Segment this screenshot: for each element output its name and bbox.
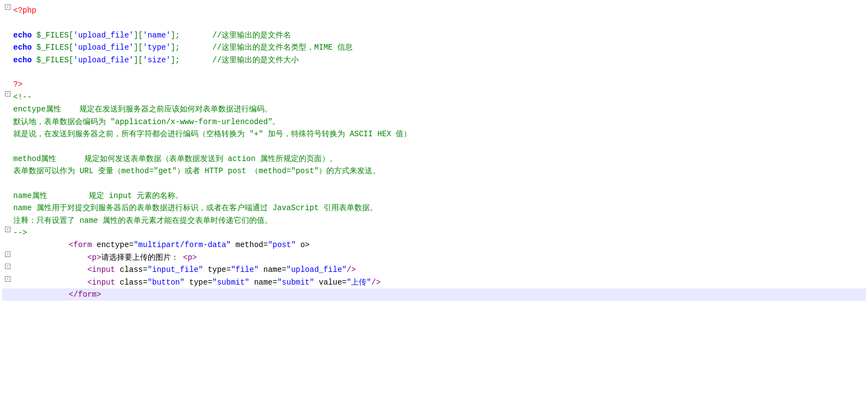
code-token: class= (115, 265, 148, 274)
code-line: enctype属性 规定在发送到服务器之前应该如何对表单数据进行编码。 (2, 103, 866, 115)
line-content: echo $_FILES['upload_file']['size']; //这… (12, 54, 865, 66)
line-content (12, 177, 865, 189)
fold-icon[interactable]: - (5, 91, 10, 97)
code-line: echo $_FILES['upload_file']['type']; //这… (2, 41, 866, 53)
code-token: $_FILES[ (32, 31, 74, 40)
line-gutter: - (3, 91, 12, 97)
code-token: "upload_file" (287, 265, 347, 274)
line-content: <input class="input_file" type="file" na… (12, 264, 865, 276)
code-token (13, 265, 87, 274)
line-content: 表单数据可以作为 URL 变量（method="get"）或者 HTTP pos… (12, 165, 865, 177)
code-line (2, 66, 866, 78)
code-token: //这里输出的是文件名类型，MIME 信息 (180, 43, 353, 52)
code-line: ?> (2, 78, 866, 90)
code-line: ---> (2, 227, 866, 239)
code-token (13, 240, 69, 249)
code-token (13, 253, 87, 262)
code-token: name 属性用于对提交到服务器后的表单数据进行标识，或者在客户端通过 Java… (13, 204, 378, 212)
code-line (2, 17, 866, 29)
code-line: - <p>请选择要上传的图片： <p> (2, 252, 866, 264)
code-token: ]; (171, 56, 180, 65)
code-token: <!-- (13, 93, 32, 101)
code-line: name 属性用于对提交到服务器后的表单数据进行标识，或者在客户端通过 Java… (2, 202, 866, 214)
code-line: -<?php (2, 4, 866, 17)
code-token: //这里输出的是文件名 (180, 31, 292, 40)
fold-icon[interactable]: - (5, 227, 10, 232)
line-gutter: - (3, 227, 12, 232)
code-token: <p> (87, 253, 101, 262)
code-token: 注释：只有设置了 name 属性的表单元素才能在提交表单时传递它们的值。 (13, 216, 272, 225)
code-token: enctype= (92, 240, 134, 249)
code-token: name= (258, 265, 286, 274)
code-token: name属性 规定 input 元素的名称。 (13, 191, 183, 200)
code-line: 表单数据可以作为 URL 变量（method="get"）或者 HTTP pos… (2, 165, 866, 177)
code-token: ][ (133, 56, 143, 65)
code-token: 'upload_file' (73, 56, 133, 65)
code-token: </form> (69, 290, 101, 299)
line-content: </form> (12, 288, 865, 301)
code-token: method属性 规定如何发送表单数据（表单数据发送到 action 属性所规定… (13, 154, 337, 163)
code-token: $_FILES[ (32, 43, 74, 52)
fold-icon[interactable]: - (5, 276, 10, 282)
line-content: <input class="button" type="submit" name… (12, 276, 865, 288)
code-token: type= (185, 278, 212, 287)
code-line: </form> (2, 288, 866, 301)
code-token: <input (87, 278, 115, 287)
code-token: "submit" (277, 278, 314, 287)
line-content: 默认地，表单数据会编码为 "application/x-www-form-url… (12, 116, 865, 128)
code-token: o> (296, 240, 310, 249)
code-line: echo $_FILES['upload_file']['name']; //这… (2, 29, 866, 41)
code-token: ][ (133, 31, 143, 40)
fold-icon[interactable]: - (5, 252, 10, 257)
code-token: //这里输出的是文件大小 (180, 56, 299, 65)
line-content (12, 17, 865, 29)
code-token: 就是说，在发送到服务器之前，所有字符都会进行编码（空格转换为 "+" 加号，特殊… (13, 130, 411, 138)
code-token: echo (13, 56, 32, 65)
code-token: value= (314, 278, 347, 287)
code-token: "submit" (212, 278, 249, 287)
code-token: $_FILES[ (32, 56, 74, 65)
code-token: "multipart/form-data" (133, 240, 230, 249)
code-editor: -<?php echo $_FILES['upload_file']['name… (0, 0, 868, 412)
code-token: "button" (148, 278, 185, 287)
line-content: <p>请选择要上传的图片： <p> (12, 252, 865, 264)
code-token: 'upload_file' (73, 43, 133, 52)
line-content: name 属性用于对提交到服务器后的表单数据进行标识，或者在客户端通过 Java… (12, 202, 865, 214)
line-content: echo $_FILES['upload_file']['type']; //这… (12, 41, 865, 53)
line-content: <?php (12, 4, 865, 17)
code-line: name属性 规定 input 元素的名称。 (2, 190, 866, 202)
code-token: echo (13, 43, 32, 52)
code-token: ]; (171, 31, 180, 40)
code-line: -<!-- (2, 91, 866, 103)
code-line (2, 140, 866, 152)
code-token: 'type' (143, 43, 170, 52)
line-content: <!-- (12, 91, 865, 103)
line-gutter: - (3, 276, 12, 282)
line-content (12, 66, 865, 78)
code-token: class= (115, 278, 148, 287)
code-line: 默认地，表单数据会编码为 "application/x-www-form-url… (2, 116, 866, 128)
code-line: 注释：只有设置了 name 属性的表单元素才能在提交表单时传递它们的值。 (2, 215, 866, 227)
code-token: "input_file" (148, 265, 203, 274)
code-token: <form (69, 240, 92, 249)
code-token: ?> (13, 80, 23, 89)
code-token: --> (13, 228, 27, 237)
code-token: 表单数据可以作为 URL 变量（method="get"）或者 HTTP pos… (13, 167, 380, 175)
code-token: <p> (179, 253, 197, 262)
line-gutter: - (3, 4, 12, 10)
code-token: /> (371, 278, 381, 287)
fold-icon[interactable]: - (5, 4, 10, 10)
code-token: 请选择要上传的图片： (101, 253, 179, 262)
line-content: name属性 规定 input 元素的名称。 (12, 190, 865, 202)
code-token: name= (250, 278, 277, 287)
code-token: method= (231, 240, 268, 249)
code-token: 'size' (143, 56, 170, 65)
line-content: enctype属性 规定在发送到服务器之前应该如何对表单数据进行编码。 (12, 103, 865, 115)
code-line: - <input class="button" type="submit" na… (2, 276, 866, 288)
code-line: <form enctype="multipart/form-data" meth… (2, 239, 866, 251)
code-token: "上传" (347, 278, 371, 287)
line-content: --> (12, 227, 865, 239)
fold-icon[interactable]: - (5, 264, 10, 269)
code-token: enctype属性 规定在发送到服务器之前应该如何对表单数据进行编码。 (13, 105, 272, 114)
line-content: <form enctype="multipart/form-data" meth… (12, 239, 865, 251)
